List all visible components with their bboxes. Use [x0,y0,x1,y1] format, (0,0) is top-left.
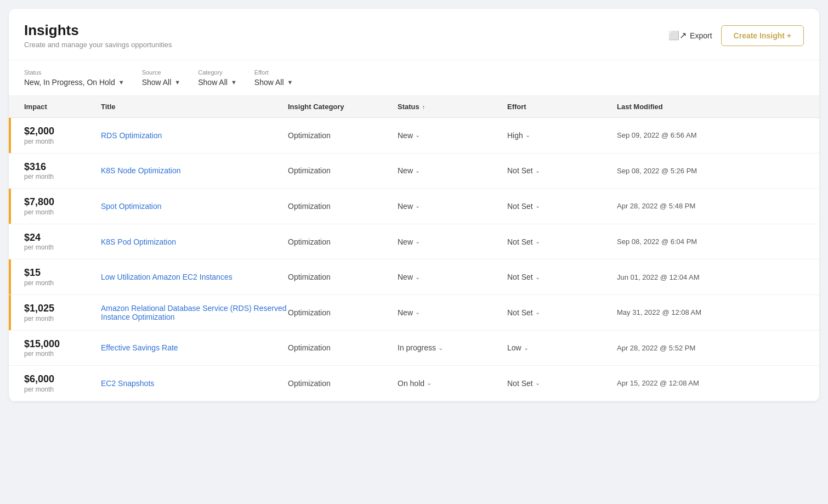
category-cell: Optimization [288,379,398,388]
status-dropdown-icon[interactable]: ⌄ [415,238,420,245]
category-filter-value: Show All [198,78,228,87]
effort-value: Not Set [507,202,533,211]
effort-value: Not Set [507,308,533,317]
status-value: New [398,273,413,281]
impact-period: per month [24,208,101,216]
impact-period: per month [24,315,101,322]
source-chevron-down-icon: ▼ [174,79,180,86]
effort-cell: High ⌄ [507,131,617,140]
source-filter-label: Source [142,69,181,76]
status-filter: Status New, In Progress, On Hold ▼ [24,69,124,87]
row-accent-bar [9,366,11,401]
last-modified-cell: Jun 01, 2022 @ 12:04 AM [617,273,804,281]
impact-cell: $24 per month [24,232,101,252]
effort-cell: Not Set ⌄ [507,237,617,246]
last-modified-cell: Sep 09, 2022 @ 6:56 AM [617,131,804,139]
status-dropdown-icon[interactable]: ⌄ [415,167,420,174]
effort-dropdown-icon[interactable]: ⌄ [535,309,540,316]
status-value: In progress [398,343,436,352]
last-modified-cell: Apr 28, 2022 @ 5:48 PM [617,202,804,210]
effort-value: Not Set [507,379,533,388]
impact-amount: $24 [24,232,101,244]
filters-bar: Status New, In Progress, On Hold ▼ Sourc… [9,60,819,96]
title-cell: Low Utilization Amazon EC2 Instances [101,273,288,281]
table-row: $2,000 per month RDS Optimization Optimi… [9,118,819,154]
insight-title-link[interactable]: Spot Optimization [101,202,162,211]
status-cell: On hold ⌄ [398,379,507,388]
status-dropdown-icon[interactable]: ⌄ [415,274,420,281]
impact-amount: $15 [24,267,101,279]
table-row: $316 per month K8S Node Optimization Opt… [9,154,819,189]
impact-amount: $1,025 [24,303,101,315]
effort-dropdown-icon[interactable]: ⌄ [535,238,540,245]
status-dropdown-icon[interactable]: ⌄ [427,380,432,387]
source-filter-select[interactable]: Show All ▼ [142,78,181,87]
category-filter-label: Category [198,69,237,76]
title-cell: Spot Optimization [101,202,288,211]
status-value: New [398,237,413,246]
insight-title-link[interactable]: EC2 Snapshots [101,379,154,388]
impact-amount: $7,800 [24,196,101,208]
last-modified-cell: Sep 08, 2022 @ 5:26 PM [617,167,804,175]
status-cell: New ⌄ [398,273,507,281]
category-cell: Optimization [288,166,398,175]
insight-title-link[interactable]: K8S Pod Optimization [101,237,176,246]
last-modified-cell: Apr 15, 2022 @ 12:08 AM [617,379,804,387]
effort-dropdown-icon[interactable]: ⌄ [535,202,540,209]
effort-filter: Effort Show All ▼ [254,69,293,87]
effort-dropdown-icon[interactable]: ⌄ [524,344,529,352]
impact-cell: $15,000 per month [24,338,101,358]
effort-dropdown-icon[interactable]: ⌄ [535,380,540,387]
effort-filter-label: Effort [254,69,293,76]
insight-title-link[interactable]: Amazon Relational Database Service (RDS)… [101,304,286,321]
row-accent-bar [9,259,11,295]
insight-title-link[interactable]: RDS Optimization [101,131,162,140]
table-header: Impact Title Insight Category Status ↑ E… [9,96,819,118]
status-cell: New ⌄ [398,166,507,175]
impact-period: per month [24,350,101,358]
impact-amount: $316 [24,161,101,173]
effort-dropdown-icon[interactable]: ⌄ [535,274,540,281]
last-modified-cell: Apr 28, 2022 @ 5:52 PM [617,344,804,352]
create-insight-button[interactable]: Create Insight + [721,25,804,46]
status-cell: New ⌄ [398,202,507,211]
effort-value: High [507,131,523,140]
row-accent-bar [9,189,11,224]
title-cell: RDS Optimization [101,131,288,140]
impact-cell: $15 per month [24,267,101,287]
title-cell: K8S Node Optimization [101,166,288,175]
status-dropdown-icon[interactable]: ⌄ [415,132,420,139]
impact-cell: $316 per month [24,161,101,181]
export-button[interactable]: ⬜↗ Export [668,30,712,41]
impact-period: per month [24,173,101,180]
status-dropdown-icon[interactable]: ⌄ [415,202,420,209]
insight-title-link[interactable]: K8S Node Optimization [101,166,181,175]
insight-title-link[interactable]: Effective Savings Rate [101,343,178,352]
status-cell: In progress ⌄ [398,343,507,352]
effort-cell: Not Set ⌄ [507,308,617,317]
insight-title-link[interactable]: Low Utilization Amazon EC2 Instances [101,273,232,281]
status-filter-label: Status [24,69,124,76]
last-modified-cell: Sep 08, 2022 @ 6:04 PM [617,237,804,246]
effort-filter-select[interactable]: Show All ▼ [254,78,293,87]
page-title: Insights [24,22,172,39]
table-row: $6,000 per month EC2 Snapshots Optimizat… [9,366,819,401]
category-filter-select[interactable]: Show All ▼ [198,78,237,87]
effort-dropdown-icon[interactable]: ⌄ [525,132,530,139]
effort-dropdown-icon[interactable]: ⌄ [535,167,540,174]
status-dropdown-icon[interactable]: ⌄ [438,344,443,352]
source-filter-value: Show All [142,78,172,87]
table-row: $15,000 per month Effective Savings Rate… [9,331,819,366]
category-filter: Category Show All ▼ [198,69,237,87]
status-filter-select[interactable]: New, In Progress, On Hold ▼ [24,78,124,87]
effort-value: Not Set [507,166,533,175]
impact-cell: $7,800 per month [24,196,101,216]
effort-cell: Not Set ⌄ [507,379,617,388]
table-row: $1,025 per month Amazon Relational Datab… [9,295,819,331]
status-dropdown-icon[interactable]: ⌄ [415,309,420,316]
col-title: Title [101,103,288,111]
category-cell: Optimization [288,237,398,246]
title-cell: Effective Savings Rate [101,343,288,352]
col-status: Status ↑ [398,103,507,111]
status-value: New [398,202,413,211]
